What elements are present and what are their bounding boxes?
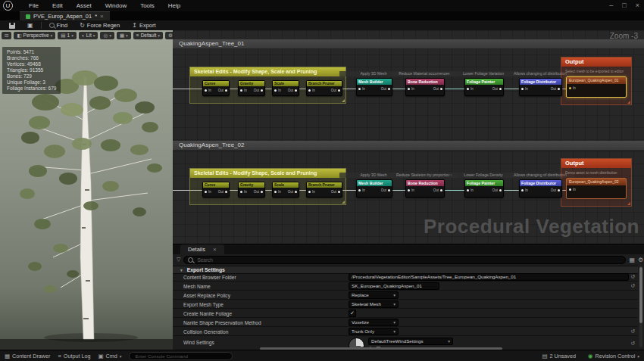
node-bone-reduction[interactable]: Bone Reduction InOut bbox=[405, 78, 445, 96]
node-bone-reduction[interactable]: Bone Reduction InOut bbox=[405, 179, 445, 198]
in-pin[interactable] bbox=[569, 188, 571, 191]
out-pin[interactable] bbox=[440, 88, 442, 90]
out-pin[interactable] bbox=[388, 88, 390, 90]
collision-generation-dropdown[interactable]: Trunk Only▾ bbox=[349, 328, 399, 335]
output-box-title[interactable]: Output bbox=[561, 58, 631, 67]
create-nanite-foliage-checkbox[interactable]: ✓ bbox=[349, 310, 356, 317]
node-graph-panel[interactable]: Procedural Vegetation Zoom -3 QuakingAsp… bbox=[173, 30, 644, 244]
out-pin[interactable] bbox=[338, 89, 340, 92]
viewport-settings-dropdown[interactable]: ⚙▾ bbox=[165, 32, 174, 39]
in-pin[interactable] bbox=[569, 87, 571, 89]
console-command-box[interactable] bbox=[129, 352, 233, 360]
lit-mode-dropdown[interactable]: ◐Lit▾ bbox=[79, 32, 98, 39]
node-mesh-builder[interactable]: Mesh Builder InOut bbox=[356, 179, 392, 198]
console-command-input[interactable] bbox=[133, 353, 228, 359]
content-drawer-button[interactable]: ▦ Content Drawer bbox=[5, 353, 50, 359]
asset-replace-policy-dropdown[interactable]: Replace▾ bbox=[349, 291, 399, 299]
node-output-mesh[interactable]: European_QuakingAspen_01 In bbox=[566, 76, 627, 98]
out-pin[interactable] bbox=[225, 191, 227, 193]
node-curve[interactable]: Curve InOut bbox=[202, 80, 230, 96]
output-comment-box[interactable]: Output Demo asset to mesh distribution E… bbox=[561, 158, 632, 207]
menu-window[interactable]: Window bbox=[98, 0, 133, 11]
export-mesh-type-dropdown[interactable]: Skeletal Mesh▾ bbox=[349, 300, 399, 308]
find-button[interactable]: Find bbox=[45, 20, 73, 30]
force-regen-button[interactable]: ↻ Force Regen bbox=[75, 20, 124, 30]
maximize-button[interactable]: □ bbox=[622, 1, 626, 11]
out-pin[interactable] bbox=[440, 189, 442, 191]
output-log-button[interactable]: ≡ Output Log bbox=[58, 353, 90, 359]
in-pin[interactable] bbox=[240, 191, 242, 193]
node-branch-pruner[interactable]: Branch Pruner InOut bbox=[306, 182, 342, 198]
comment-box-title[interactable]: Skeletal Edits - Modify Shape, Scale and… bbox=[190, 169, 345, 178]
nanite-shape-preservation-dropdown[interactable]: Voxelize▾ bbox=[349, 319, 399, 326]
reset-to-default-icon[interactable]: ↺ bbox=[630, 283, 635, 289]
asset-tab[interactable]: PVE_Europ_Aspen_01 * × bbox=[20, 11, 110, 20]
maximize-viewport-icon[interactable]: ⊡ bbox=[2, 32, 11, 39]
in-pin[interactable] bbox=[308, 89, 311, 92]
in-pin[interactable] bbox=[521, 189, 524, 191]
in-pin[interactable] bbox=[358, 189, 361, 191]
export-button[interactable]: ↥ Export bbox=[127, 20, 160, 30]
in-pin[interactable] bbox=[408, 189, 410, 191]
perspective-dropdown[interactable]: ◧Perspective▾ bbox=[14, 32, 55, 39]
node-gravity[interactable]: Gravity InOut bbox=[238, 182, 265, 198]
close-button[interactable]: × bbox=[636, 1, 639, 11]
comment-box-title[interactable]: Skeletal Edits - Modify Shape, Scale and… bbox=[190, 67, 345, 76]
reset-to-default-icon[interactable]: ↺ bbox=[630, 341, 635, 347]
profile-dropdown[interactable]: ≡Default▾ bbox=[133, 32, 163, 39]
out-pin[interactable] bbox=[295, 89, 297, 92]
in-pin[interactable] bbox=[274, 191, 277, 193]
node-foliage-distributor[interactable]: Foliage Distributor InOut bbox=[519, 179, 562, 198]
scrollbar-thumb[interactable] bbox=[639, 267, 642, 323]
out-pin[interactable] bbox=[261, 191, 263, 193]
filter-icon[interactable]: ▽ bbox=[177, 257, 180, 263]
details-search-box[interactable] bbox=[183, 256, 626, 264]
out-pin[interactable] bbox=[225, 89, 227, 92]
display-options-icon[interactable]: ▦ bbox=[629, 257, 635, 263]
out-pin[interactable] bbox=[499, 88, 502, 90]
viewport-3d[interactable]: ⊡ ◧Perspective▾ ▤1▾ ◐Lit▾ ◎▾ ▦▾ ≡Default… bbox=[0, 30, 174, 350]
out-pin[interactable] bbox=[388, 189, 390, 191]
browse-button[interactable]: ▣ bbox=[23, 20, 38, 30]
show-flags-dropdown[interactable]: ◎▾ bbox=[100, 32, 114, 39]
node-output-mesh[interactable]: European_QuakingAspen_02 In bbox=[566, 178, 627, 199]
output-box-title[interactable]: Output bbox=[561, 159, 631, 168]
menu-edit[interactable]: Edit bbox=[45, 0, 70, 11]
reset-to-default-icon[interactable]: ↺ bbox=[630, 274, 635, 280]
menu-file[interactable]: File bbox=[22, 0, 45, 11]
out-pin[interactable] bbox=[558, 88, 560, 90]
in-pin[interactable] bbox=[308, 191, 311, 193]
node-foliage-painter[interactable]: Foliage Painter InOut bbox=[464, 78, 504, 96]
comment-box-skeletal-edits[interactable]: Skeletal Edits - Modify Shape, Scale and… bbox=[189, 67, 346, 104]
in-pin[interactable] bbox=[467, 189, 469, 191]
out-pin[interactable] bbox=[261, 89, 263, 92]
out-pin[interactable] bbox=[338, 191, 340, 193]
minimize-button[interactable]: – bbox=[609, 1, 613, 11]
node-scale[interactable]: Scale InOut bbox=[272, 182, 299, 198]
details-tab[interactable]: Details × bbox=[180, 244, 224, 254]
in-pin[interactable] bbox=[240, 89, 242, 92]
vertical-scrollbar[interactable] bbox=[639, 266, 642, 347]
node-gravity[interactable]: Gravity InOut bbox=[238, 80, 265, 96]
node-curve[interactable]: Curve InOut bbox=[202, 182, 230, 198]
output-comment-box[interactable]: Output Select mesh to be exported to edi… bbox=[561, 57, 632, 105]
out-pin[interactable] bbox=[295, 191, 297, 193]
in-pin[interactable] bbox=[358, 88, 361, 90]
in-pin[interactable] bbox=[205, 191, 207, 193]
node-branch-pruner[interactable]: Branch Pruner InOut bbox=[306, 80, 342, 96]
mesh-name-field[interactable]: SK_European_QuakingAspen_01 bbox=[349, 282, 439, 290]
in-pin[interactable] bbox=[521, 88, 524, 90]
node-scale[interactable]: Scale InOut bbox=[272, 80, 299, 96]
cmd-dropdown[interactable]: ▣ Cmd ▾ bbox=[98, 353, 121, 359]
tab-close-icon[interactable]: × bbox=[100, 13, 104, 20]
gear-icon[interactable]: ⚙ bbox=[638, 257, 643, 263]
view-group-dropdown[interactable]: ▤1▾ bbox=[58, 32, 77, 39]
node-foliage-painter[interactable]: Foliage Painter InOut bbox=[464, 179, 504, 198]
content-browser-folder-field[interactable]: /ProceduralVegetationEditor/SampleAssets… bbox=[349, 273, 629, 281]
comment-box-skeletal-edits[interactable]: Skeletal Edits - Modify Shape, Scale and… bbox=[189, 168, 346, 205]
menu-help[interactable]: Help bbox=[161, 0, 187, 11]
in-pin[interactable] bbox=[205, 89, 207, 92]
in-pin[interactable] bbox=[408, 88, 410, 90]
unsaved-assets-button[interactable]: ▤ 2 Unsaved bbox=[542, 353, 575, 359]
out-pin[interactable] bbox=[499, 189, 502, 191]
